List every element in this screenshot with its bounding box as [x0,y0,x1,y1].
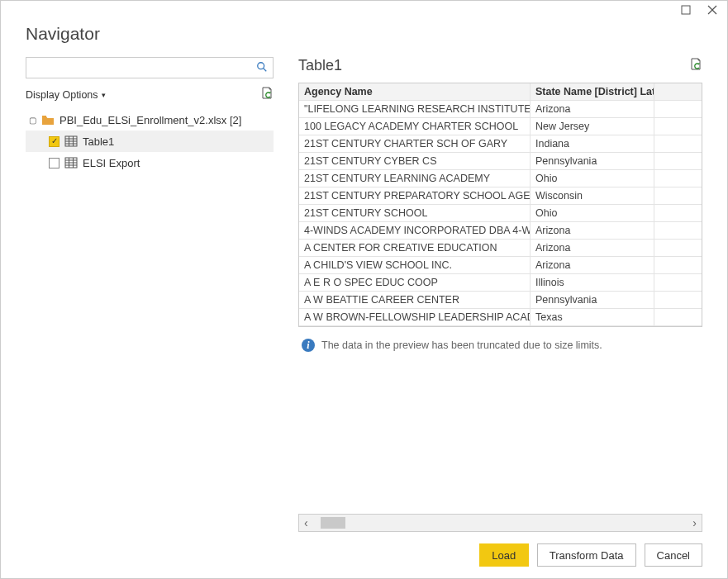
table-cell: Ohio [531,205,654,221]
search-input[interactable] [31,61,256,75]
table-cell: Pennsylvania [531,292,654,308]
refresh-icon[interactable] [260,87,274,102]
navigator-tree-panel: Display Options ▾ ▢ PBI_Edu_ELSi_Enrollm… [26,57,274,532]
column-header[interactable]: State Name [District] Latest available y… [531,83,654,100]
preview-grid: Agency NameState Name [District] Latest … [298,83,702,327]
scroll-left-icon[interactable]: ‹ [304,516,308,529]
table-row[interactable]: A W BEATTIE CAREER CENTERPennsylvania [299,292,702,309]
tree-item-label: Table1 [83,135,114,148]
table-row[interactable]: 21ST CENTURY PREPARATORY SCHOOL AGENCYWi… [299,187,702,205]
table-row[interactable]: 4-WINDS ACADEMY INCORPORATED DBA 4-WINDS… [299,222,702,240]
table-row[interactable]: A W BROWN-FELLOWSHIP LEADERSHIP ACADEMYT… [299,309,702,326]
load-button[interactable]: Load [479,543,529,567]
table-cell: Arizona [531,240,654,256]
table-cell: 21ST CENTURY LEARNING ACADEMY [299,170,531,187]
dialog-title: Navigator [1,21,727,57]
svg-line-4 [264,68,267,71]
truncation-notice: i The data in the preview has been trunc… [298,327,702,363]
truncation-text: The data in the preview has been truncat… [321,339,602,351]
table-cell: Indiana [531,135,654,152]
table-cell: Wisconsin [531,187,654,204]
table-icon [64,135,78,147]
table-cell: New Jersey [531,118,654,135]
tree-item-label: ELSI Export [83,157,140,169]
tree-item-table1[interactable]: ✓ Table1 [26,131,274,152]
table-row[interactable]: "LIFELONG LEARNING RESEARCH INSTITUTE IN… [299,101,702,118]
collapse-icon[interactable]: ▢ [29,116,36,125]
chevron-down-icon: ▾ [102,91,106,99]
refresh-preview-icon[interactable] [689,58,702,74]
table-cell: "LIFELONG LEARNING RESEARCH INSTITUTE IN… [299,101,531,117]
titlebar [1,1,727,21]
table-row[interactable]: A CENTER FOR CREATIVE EDUCATIONArizona [299,240,702,257]
table-cell: 21ST CENTURY PREPARATORY SCHOOL AGENCY [299,187,531,204]
preview-title: Table1 [298,57,342,74]
table-cell: Texas [531,309,654,325]
tree-file-label: PBI_Edu_ELSi_Enrollment_v2.xlsx [2] [59,114,241,126]
table-row[interactable]: 100 LEGACY ACADEMY CHARTER SCHOOLNew Jer… [299,118,702,135]
table-cell: Arizona [531,101,654,117]
table-cell: A E R O SPEC EDUC COOP [299,274,531,291]
navigator-dialog: Navigator Display Options ▾ [0,0,728,579]
table-cell: Arizona [531,257,654,273]
table-cell: Pennsylvania [531,153,654,169]
table-cell: 21ST CENTURY CHARTER SCH OF GARY [299,135,531,152]
maximize-icon[interactable] [681,5,691,17]
table-cell: 100 LEGACY ACADEMY CHARTER SCHOOL [299,118,531,135]
transform-data-button[interactable]: Transform Data [537,543,636,567]
table-cell: Arizona [531,222,654,239]
table-cell: A W BROWN-FELLOWSHIP LEADERSHIP ACADEMY [299,309,531,325]
scroll-right-icon[interactable]: › [692,516,697,529]
table-cell: Illinois [531,274,654,291]
table-cell: A CHILD'S VIEW SCHOOL INC. [299,257,531,273]
display-options-dropdown[interactable]: Display Options ▾ [26,89,106,101]
tree: ▢ PBI_Edu_ELSi_Enrollment_v2.xlsx [2] ✓ [26,109,274,173]
table-row[interactable]: 21ST CENTURY SCHOOLOhio [299,205,702,222]
scroll-thumb[interactable] [321,517,345,529]
table-icon [64,157,78,168]
table-row[interactable]: 21ST CENTURY CYBER CSPennsylvania [299,153,702,170]
horizontal-scrollbar[interactable]: ‹ › [298,514,702,532]
table-row[interactable]: 21ST CENTURY LEARNING ACADEMYOhio [299,170,702,187]
table-cell: 21ST CENTURY SCHOOL [299,205,531,221]
close-icon[interactable] [707,5,717,17]
info-icon: i [302,339,315,352]
tree-item-elsi-export[interactable]: ELSI Export [26,152,274,173]
table-cell: A CENTER FOR CREATIVE EDUCATION [299,240,531,256]
table-row[interactable]: A E R O SPEC EDUC COOPIllinois [299,274,702,292]
svg-rect-0 [682,6,690,14]
svg-point-3 [258,62,264,69]
table-cell: 21ST CENTURY CYBER CS [299,153,531,169]
svg-rect-5 [42,116,46,117]
checkbox-table1[interactable]: ✓ [49,136,59,147]
column-header[interactable]: Agency Name [299,83,531,100]
dialog-footer: Load Transform Data Cancel [1,532,727,578]
folder-icon [41,114,55,126]
checkbox-elsi-export[interactable] [49,158,59,168]
search-icon[interactable] [256,61,268,75]
tree-file-node[interactable]: ▢ PBI_Edu_ELSi_Enrollment_v2.xlsx [2] [26,109,274,131]
display-options-label: Display Options [26,89,98,101]
table-row[interactable]: 21ST CENTURY CHARTER SCH OF GARYIndiana [299,135,702,153]
table-cell: A W BEATTIE CAREER CENTER [299,292,531,308]
search-box[interactable] [26,57,274,78]
table-cell: Ohio [531,170,654,187]
table-cell: 4-WINDS ACADEMY INCORPORATED DBA 4-WINDS… [299,222,531,239]
table-header-row: Agency NameState Name [District] Latest … [299,83,702,101]
cancel-button[interactable]: Cancel [645,543,702,567]
preview-panel: Table1 Agency NameState Name [District] … [298,57,702,532]
table-row[interactable]: A CHILD'S VIEW SCHOOL INC.Arizona [299,257,702,274]
